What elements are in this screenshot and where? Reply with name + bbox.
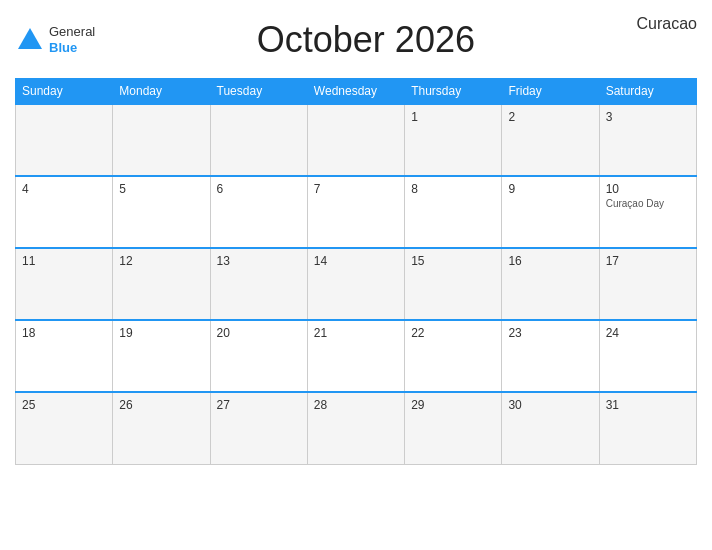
day-number: 11 (22, 254, 106, 268)
calendar-cell: 27 (210, 392, 307, 464)
calendar-cell: 29 (405, 392, 502, 464)
calendar-cell: 22 (405, 320, 502, 392)
logo-general: General (49, 24, 95, 40)
day-number: 21 (314, 326, 398, 340)
calendar-cell: 26 (113, 392, 210, 464)
calendar-cell: 12 (113, 248, 210, 320)
days-header: Sunday Monday Tuesday Wednesday Thursday… (16, 79, 697, 105)
day-number: 24 (606, 326, 690, 340)
day-number: 29 (411, 398, 495, 412)
day-number: 4 (22, 182, 106, 196)
day-number: 8 (411, 182, 495, 196)
calendar-cell: 31 (599, 392, 696, 464)
logo-text: General Blue (49, 24, 95, 55)
day-number: 1 (411, 110, 495, 124)
calendar-cell: 18 (16, 320, 113, 392)
day-number: 12 (119, 254, 203, 268)
col-thursday: Thursday (405, 79, 502, 105)
day-number: 30 (508, 398, 592, 412)
calendar-cell: 19 (113, 320, 210, 392)
calendar-cell: 8 (405, 176, 502, 248)
calendar-cell: 7 (307, 176, 404, 248)
calendar-cell: 6 (210, 176, 307, 248)
calendar-cell: 2 (502, 104, 599, 176)
calendar-week-1: 123 (16, 104, 697, 176)
logo-blue: Blue (49, 40, 95, 56)
day-number: 6 (217, 182, 301, 196)
calendar-cell: 20 (210, 320, 307, 392)
day-number: 15 (411, 254, 495, 268)
col-wednesday: Wednesday (307, 79, 404, 105)
calendar-header-row: Sunday Monday Tuesday Wednesday Thursday… (16, 79, 697, 105)
country-name: Curacao (637, 10, 697, 33)
calendar-cell: 14 (307, 248, 404, 320)
day-number: 19 (119, 326, 203, 340)
day-number: 13 (217, 254, 301, 268)
day-number: 22 (411, 326, 495, 340)
logo-icon (15, 25, 45, 55)
day-number: 2 (508, 110, 592, 124)
calendar-cell: 24 (599, 320, 696, 392)
calendar-cell: 13 (210, 248, 307, 320)
col-sunday: Sunday (16, 79, 113, 105)
calendar-cell (210, 104, 307, 176)
calendar-table: Sunday Monday Tuesday Wednesday Thursday… (15, 78, 697, 465)
calendar-cell: 25 (16, 392, 113, 464)
calendar-week-4: 18192021222324 (16, 320, 697, 392)
calendar-cell: 5 (113, 176, 210, 248)
calendar-cell: 17 (599, 248, 696, 320)
day-number: 14 (314, 254, 398, 268)
col-saturday: Saturday (599, 79, 696, 105)
calendar-body: 12345678910Curaçao Day111213141516171819… (16, 104, 697, 464)
calendar-cell: 15 (405, 248, 502, 320)
calendar-cell: 16 (502, 248, 599, 320)
day-number: 23 (508, 326, 592, 340)
day-number: 28 (314, 398, 398, 412)
holiday-name: Curaçao Day (606, 198, 690, 209)
day-number: 16 (508, 254, 592, 268)
day-number: 25 (22, 398, 106, 412)
col-friday: Friday (502, 79, 599, 105)
calendar-cell: 30 (502, 392, 599, 464)
calendar-cell: 9 (502, 176, 599, 248)
calendar-cell: 4 (16, 176, 113, 248)
calendar-cell: 28 (307, 392, 404, 464)
calendar-header: General Blue October 2026 Curacao (15, 10, 697, 70)
day-number: 5 (119, 182, 203, 196)
calendar-container: General Blue October 2026 Curacao Sunday… (0, 0, 712, 550)
calendar-cell: 21 (307, 320, 404, 392)
day-number: 9 (508, 182, 592, 196)
svg-marker-0 (18, 28, 42, 49)
calendar-cell: 23 (502, 320, 599, 392)
day-number: 17 (606, 254, 690, 268)
col-monday: Monday (113, 79, 210, 105)
calendar-week-2: 45678910Curaçao Day (16, 176, 697, 248)
day-number: 10 (606, 182, 690, 196)
calendar-title: October 2026 (257, 19, 475, 61)
calendar-cell: 11 (16, 248, 113, 320)
col-tuesday: Tuesday (210, 79, 307, 105)
calendar-cell: 1 (405, 104, 502, 176)
day-number: 26 (119, 398, 203, 412)
day-number: 31 (606, 398, 690, 412)
calendar-cell (113, 104, 210, 176)
calendar-cell (307, 104, 404, 176)
day-number: 7 (314, 182, 398, 196)
calendar-week-5: 25262728293031 (16, 392, 697, 464)
calendar-week-3: 11121314151617 (16, 248, 697, 320)
logo: General Blue (15, 24, 95, 55)
calendar-cell: 10Curaçao Day (599, 176, 696, 248)
day-number: 20 (217, 326, 301, 340)
calendar-cell: 3 (599, 104, 696, 176)
day-number: 18 (22, 326, 106, 340)
calendar-cell (16, 104, 113, 176)
day-number: 3 (606, 110, 690, 124)
day-number: 27 (217, 398, 301, 412)
